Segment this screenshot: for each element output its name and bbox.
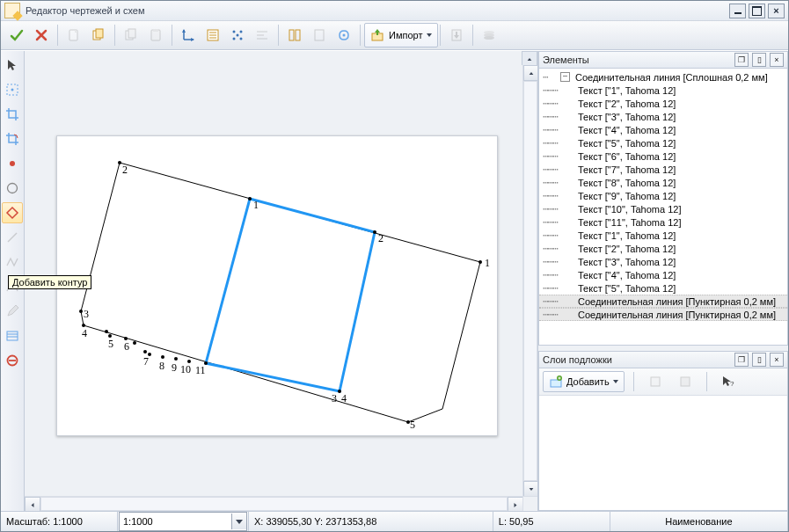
connect-button[interactable] [332,23,356,47]
page-button[interactable] [307,23,332,47]
tree-item[interactable]: ⋯⋯⋯Текст ["1", Tahoma 12] [539,229,787,242]
polyline-icon [5,255,19,269]
point-tool[interactable] [2,153,23,174]
tree-item[interactable]: ⋯⋯⋯Текст ["2", Tahoma 12] [539,242,787,255]
tree-item[interactable]: ⋯–Соединительная линия [Сплошная 0,2 мм] [539,70,787,84]
axes-button[interactable] [176,23,201,47]
marquee-tool[interactable] [2,79,23,100]
snap-points-button[interactable] [225,23,250,47]
svg-text:3: 3 [332,392,337,404]
crop-tool[interactable] [2,104,23,125]
list-props-button[interactable] [201,23,225,47]
maximize-button[interactable] [749,4,765,18]
panel-pin-button[interactable]: ▯ [752,353,766,367]
export-button[interactable] [444,23,469,47]
copy-button[interactable] [119,23,143,47]
paper-sheet: 1 2 3 5 1 2 3 4 4 5 [56,135,498,436]
window-title: Редактор чертежей и схем [26,5,144,16]
close-button[interactable]: × [768,4,785,18]
scroll-down-button[interactable] [523,481,537,497]
no-entry-icon [5,353,19,368]
reject-button[interactable] [29,23,54,47]
scroll-left-button[interactable] [25,497,40,511]
svg-rect-7 [128,29,135,38]
panel-undock-button[interactable]: ❐ [734,353,749,367]
svg-marker-51 [206,199,375,391]
svg-text:2: 2 [122,164,128,176]
pen-tool[interactable] [2,301,23,322]
svg-point-21 [240,38,243,40]
columns-button[interactable] [282,23,307,47]
tree-item[interactable]: ⋯⋯⋯Текст ["4", Tahoma 12] [539,268,787,281]
tree-item[interactable]: ⋯⋯⋯Текст ["3", Tahoma 12] [539,110,787,123]
svg-point-29 [343,34,346,37]
tree-item[interactable]: ⋯⋯⋯Текст ["4", Tahoma 12] [539,123,787,136]
import-button[interactable]: Импорт [364,23,438,47]
tree-item[interactable]: ⋯⋯⋯Текст ["7", Tahoma 12] [539,163,787,176]
svg-rect-5 [96,29,103,38]
layer-down-button[interactable] [673,369,698,394]
panel-close-button[interactable]: × [770,53,784,67]
elements-panel-title: Элементы [543,55,589,65]
svg-point-60 [248,197,252,200]
new-doc-button[interactable] [62,23,86,47]
tree-item[interactable]: ⋯⋯⋯Текст ["3", Tahoma 12] [539,255,787,268]
coords-label: X: 339055,30 Y: 2371353,88 [249,512,493,531]
svg-point-77 [148,353,151,356]
layer-help-button[interactable]: ? [716,369,741,394]
layers-list[interactable] [539,396,787,510]
svg-point-18 [233,31,236,33]
svg-text:1: 1 [485,257,490,269]
tree-item[interactable]: ⋯⋯⋯Текст ["5", Tahoma 12] [539,281,787,295]
duplicate-doc-button[interactable] [86,23,111,47]
tree-item[interactable]: ⋯⋯⋯Текст ["11", Tahoma 12] [539,215,787,229]
top-toolbar: Импорт [1,21,788,50]
polyline-tool[interactable] [2,251,23,273]
svg-text:?: ? [730,380,734,388]
scroll-right-button[interactable] [508,497,523,511]
table-tool[interactable] [2,325,23,346]
contour-tool[interactable] [2,202,23,223]
crop-icon [5,107,19,121]
tree-item[interactable]: ⋯⋯⋯Текст ["10", Tahoma 12] [539,202,787,215]
paste-button[interactable] [143,23,168,47]
elements-tree[interactable]: ⋯–Соединительная линия [Сплошная 0,2 мм]… [539,69,787,345]
canvas[interactable]: 1 2 3 5 1 2 3 4 4 5 [25,65,523,497]
layer-up-button[interactable] [643,369,668,394]
tree-item[interactable]: ⋯⋯⋯Текст ["9", Tahoma 12] [539,189,787,202]
layers-panel-title: Слои подложки [543,354,612,365]
svg-marker-12 [182,29,186,33]
circle-tool[interactable] [2,178,23,199]
tree-item[interactable]: ⋯⋯⋯Текст ["5", Tahoma 12] [539,136,787,149]
svg-point-75 [143,350,147,353]
minimize-button[interactable] [729,4,746,18]
title-bar: Редактор чертежей и схем × [1,1,788,21]
scale-label: Масштаб: 1:1000 [1,512,118,531]
panel-close-button[interactable]: × [770,353,784,367]
select-tool[interactable] [2,55,23,76]
tree-item[interactable]: ⋯⋯⋯Текст ["2", Tahoma 12] [539,97,787,110]
vertical-scrollbar[interactable] [522,65,537,497]
svg-point-54 [118,161,121,164]
svg-text:4: 4 [341,392,347,404]
tree-item[interactable]: ⋯⋯⋯Текст ["1", Tahoma 12] [539,84,787,97]
svg-rect-9 [153,29,158,32]
crop-rotate-tool[interactable] [2,128,23,149]
tree-item[interactable]: ⋯⋯⋯Соединительная линия [Пунктирная 0,2 … [539,295,787,308]
tree-item[interactable]: ⋯⋯⋯Текст ["8", Tahoma 12] [539,176,787,189]
dropdown-arrow-icon [231,514,246,529]
tree-item[interactable]: ⋯⋯⋯Текст ["6", Tahoma 12] [539,149,787,163]
add-layer-button[interactable]: Добавить [543,371,625,392]
layers-stack-button[interactable] [477,23,501,47]
svg-point-56 [79,310,83,313]
tree-item[interactable]: ⋯⋯⋯Соединительная линия [Пунктирная 0,2 … [539,308,787,321]
scale-combo[interactable]: 1:1000 [119,512,247,531]
line-tool[interactable] [2,227,23,248]
horizontal-scrollbar[interactable] [25,496,523,511]
delete-tool[interactable] [2,350,23,371]
panel-undock-button[interactable]: ❐ [734,53,749,67]
scroll-up-button[interactable] [523,65,537,81]
accept-button[interactable] [4,23,29,47]
align-button[interactable] [250,23,274,47]
panel-pin-button[interactable]: ▯ [752,53,766,67]
